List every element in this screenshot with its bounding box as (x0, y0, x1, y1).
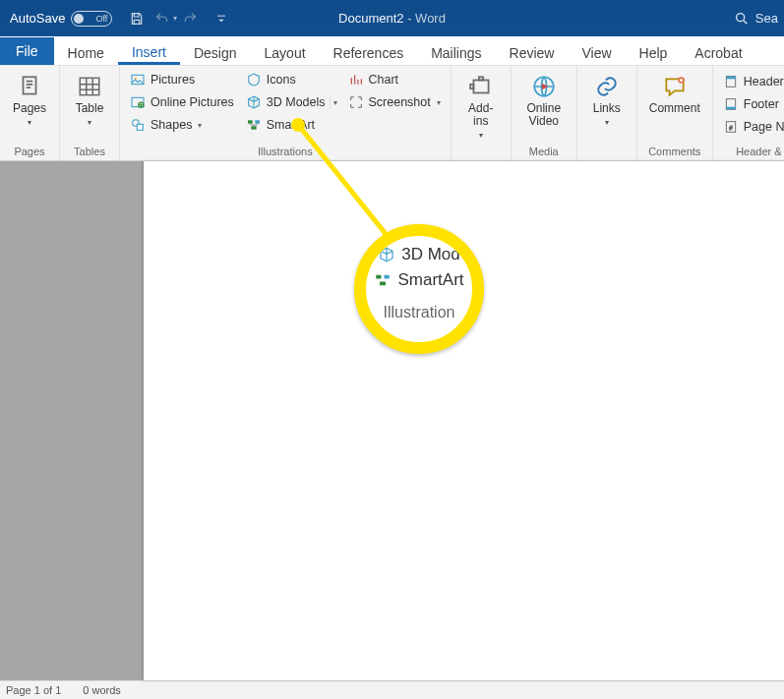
ribbon: Pages ▾ Pages Table ▾ Tables Pictures (0, 66, 784, 161)
document-title: Document2 - Word (338, 11, 446, 26)
footer-button[interactable]: Footer▾ (719, 94, 784, 114)
cube-icon (378, 246, 395, 263)
svg-rect-11 (255, 120, 260, 123)
link-icon (594, 74, 620, 99)
svg-rect-25 (377, 275, 382, 279)
undo-icon (154, 11, 170, 27)
page-number-button[interactable]: # Page Number▾ (719, 117, 784, 137)
status-word-count[interactable]: 0 words (83, 684, 121, 696)
shapes-icon (130, 117, 146, 133)
icons-button[interactable]: Icons (242, 70, 340, 89)
svg-rect-9 (137, 124, 143, 130)
smartart-icon (374, 271, 392, 289)
addins-button[interactable]: Add- ins ▾ (457, 70, 505, 144)
group-tables: Table ▾ Tables (60, 66, 120, 160)
group-illustrations: Pictures Online Pictures Shapes▾ Icons (120, 66, 452, 160)
tab-layout[interactable]: Layout (251, 40, 320, 65)
autosave-label: AutoSave (10, 11, 65, 26)
screenshot-icon (348, 94, 364, 110)
redo-icon (182, 11, 198, 27)
shapes-button[interactable]: Shapes▾ (126, 115, 238, 135)
table-icon (77, 74, 102, 99)
svg-point-1 (737, 13, 745, 21)
tab-design[interactable]: Design (180, 40, 251, 65)
status-page[interactable]: Page 1 of 1 (6, 684, 61, 696)
group-label-tables: Tables (60, 146, 119, 160)
svg-rect-10 (248, 120, 253, 123)
search-icon (734, 11, 750, 27)
autosave-toggle[interactable]: Off (71, 11, 112, 27)
screenshot-button[interactable]: Screenshot▾ (344, 92, 445, 112)
svg-rect-26 (385, 275, 390, 279)
online-pictures-icon (130, 94, 146, 110)
tab-review[interactable]: Review (496, 40, 569, 65)
customize-icon (213, 11, 229, 27)
tab-home[interactable]: Home (54, 40, 118, 65)
header-button[interactable]: Header▾ (719, 72, 784, 91)
svg-rect-3 (80, 78, 99, 94)
zoom-row-3dmodels: 3D Mod (378, 245, 460, 264)
svg-rect-12 (251, 126, 256, 129)
tab-file[interactable]: File (0, 37, 54, 65)
svg-rect-21 (726, 107, 735, 110)
comment-icon (662, 74, 688, 99)
save-button[interactable] (126, 8, 148, 29)
footer-icon (723, 96, 739, 112)
svg-rect-2 (24, 77, 36, 93)
page-icon (17, 74, 42, 99)
group-label-media: Media (512, 146, 576, 160)
3d-models-button[interactable]: 3D Models (242, 92, 330, 112)
pages-button[interactable]: Pages ▾ (6, 70, 53, 131)
table-button[interactable]: Table ▾ (66, 70, 113, 131)
group-label-comments: Comments (637, 146, 712, 160)
group-links: Links ▾ (577, 66, 637, 160)
left-gutter (0, 161, 144, 680)
addins-icon (468, 74, 494, 99)
redo-button[interactable] (179, 8, 201, 29)
highlight-dot (291, 118, 305, 132)
tab-view[interactable]: View (568, 40, 625, 65)
svg-rect-27 (380, 282, 386, 286)
svg-rect-19 (726, 77, 735, 80)
tab-insert[interactable]: Insert (118, 39, 180, 65)
group-comments: Comment Comments (637, 66, 713, 160)
cube-icon (246, 94, 262, 110)
group-media: Online Video Media (512, 66, 577, 160)
group-header-footer: Header▾ Footer▾ # Page Number▾ Header & … (713, 66, 784, 160)
autosave-control[interactable]: AutoSave Off (0, 11, 112, 27)
highlight-magnifier: 3D Mod SmartArt Illustration (354, 224, 484, 354)
pictures-button[interactable]: Pictures (126, 70, 238, 89)
svg-rect-15 (470, 85, 473, 88)
tab-mailings[interactable]: Mailings (417, 40, 495, 65)
zoom-row-label: Illustration (384, 304, 455, 321)
online-video-button[interactable]: Online Video (517, 70, 571, 132)
video-icon (531, 74, 557, 99)
svg-rect-13 (473, 81, 488, 93)
online-pictures-button[interactable]: Online Pictures (126, 92, 238, 112)
group-label-pages: Pages (0, 146, 59, 160)
icons-icon (246, 72, 262, 87)
ribbon-tabstrip: File Home Insert Design Layout Reference… (0, 36, 784, 66)
tab-help[interactable]: Help (626, 40, 682, 65)
undo-button[interactable] (151, 8, 173, 29)
qat-customize[interactable] (211, 8, 232, 29)
pictures-icon (130, 72, 146, 87)
svg-text:#: # (729, 125, 733, 131)
svg-rect-14 (479, 77, 483, 80)
quick-access-toolbar: ▾ (126, 8, 232, 29)
title-bar: AutoSave Off ▾ Document2 - Word Sea (0, 0, 784, 36)
tab-references[interactable]: References (320, 40, 418, 65)
page-number-icon: # (723, 119, 739, 135)
tab-acrobat[interactable]: Acrobat (681, 40, 755, 65)
group-pages: Pages ▾ Pages (0, 66, 60, 160)
search-box[interactable]: Sea (734, 11, 778, 27)
links-button[interactable]: Links ▾ (583, 70, 631, 131)
zoom-row-smartart: SmartArt (374, 270, 463, 290)
chart-icon (348, 72, 364, 87)
document-page[interactable] (144, 161, 784, 680)
chart-button[interactable]: Chart (344, 70, 445, 89)
undo-split-caret[interactable]: ▾ (173, 14, 177, 23)
comment-button[interactable]: Comment (643, 70, 706, 119)
smartart-icon (246, 117, 262, 133)
3d-models-split[interactable]: ▾ (330, 96, 340, 109)
